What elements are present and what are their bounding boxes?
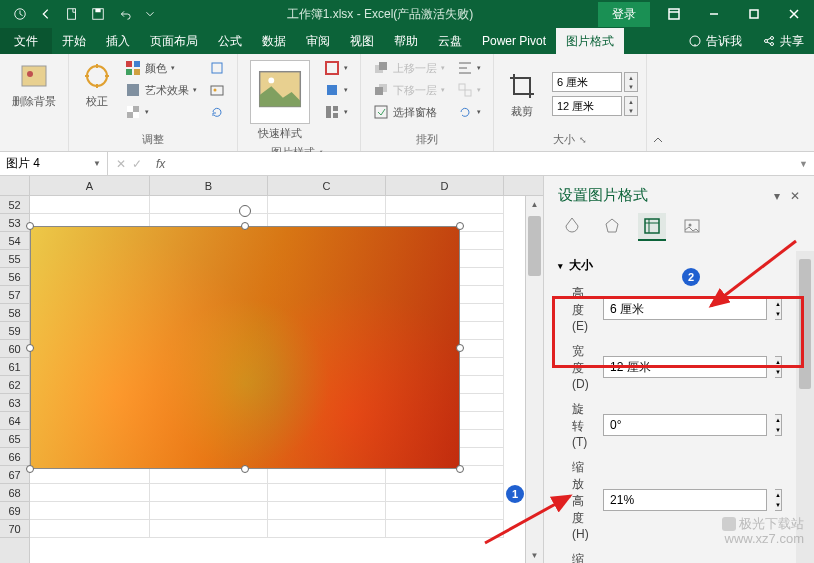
cell[interactable] — [268, 520, 386, 538]
pane-options-icon[interactable]: ▾ — [774, 189, 780, 203]
collapse-ribbon-icon[interactable] — [647, 54, 669, 151]
cell[interactable] — [30, 484, 150, 502]
menu-cloud[interactable]: 云盘 — [428, 28, 472, 54]
ribbon-height-input[interactable] — [552, 72, 622, 92]
selection-pane-button[interactable]: 选择窗格 — [369, 102, 449, 122]
ribbon-width-input[interactable] — [552, 96, 622, 116]
row-header[interactable]: 52 — [0, 196, 29, 214]
pane-tab-picture[interactable] — [678, 213, 706, 241]
reset-picture-button[interactable] — [205, 102, 229, 122]
resize-handle-mr[interactable] — [456, 344, 464, 352]
row-header[interactable]: 62 — [0, 376, 29, 394]
pane-tab-effects[interactable] — [598, 213, 626, 241]
close-icon[interactable] — [774, 0, 814, 28]
menu-insert[interactable]: 插入 — [96, 28, 140, 54]
menu-view[interactable]: 视图 — [340, 28, 384, 54]
rotation-spinner[interactable]: ▲▼ — [775, 414, 782, 436]
col-header-c[interactable]: C — [268, 176, 386, 195]
row-header[interactable]: 65 — [0, 430, 29, 448]
formula-input[interactable] — [171, 152, 793, 175]
pane-scrollbar[interactable] — [796, 251, 814, 563]
cell[interactable] — [30, 196, 150, 214]
resize-handle-tc[interactable] — [241, 222, 249, 230]
quick-styles-button[interactable]: 快速样式 — [246, 58, 314, 143]
fx-label[interactable]: fx — [150, 157, 171, 171]
name-box[interactable]: 图片 4▼ — [0, 152, 108, 175]
row-header[interactable]: 66 — [0, 448, 29, 466]
row-header[interactable]: 64 — [0, 412, 29, 430]
align-button[interactable]: ▾ — [453, 58, 485, 78]
scroll-up-icon[interactable]: ▲ — [526, 196, 543, 212]
resize-handle-br[interactable] — [456, 465, 464, 473]
width-input[interactable] — [603, 356, 767, 378]
row-header[interactable]: 70 — [0, 520, 29, 538]
row-header[interactable]: 57 — [0, 286, 29, 304]
bring-forward-button[interactable]: 上移一层▾ — [369, 58, 449, 78]
menu-tellme[interactable]: 告诉我 — [678, 28, 752, 54]
save-icon[interactable] — [86, 2, 110, 26]
transparency-button[interactable]: ▾ — [121, 102, 201, 122]
resize-handle-bc[interactable] — [241, 465, 249, 473]
vertical-scrollbar[interactable]: ▲ ▼ — [525, 196, 543, 563]
row-header[interactable]: 58 — [0, 304, 29, 322]
cell[interactable] — [268, 484, 386, 502]
change-picture-button[interactable] — [205, 80, 229, 100]
cell[interactable] — [150, 484, 268, 502]
pane-tab-size[interactable] — [638, 213, 666, 241]
scale-height-input[interactable] — [603, 489, 767, 511]
row-header[interactable]: 67 — [0, 466, 29, 484]
resize-handle-bl[interactable] — [26, 465, 34, 473]
row-header[interactable]: 63 — [0, 394, 29, 412]
resize-handle-tr[interactable] — [456, 222, 464, 230]
minimize-icon[interactable] — [694, 0, 734, 28]
ribbon-options-icon[interactable] — [654, 0, 694, 28]
cell[interactable] — [150, 502, 268, 520]
menu-formulas[interactable]: 公式 — [208, 28, 252, 54]
menu-review[interactable]: 审阅 — [296, 28, 340, 54]
menu-home[interactable]: 开始 — [52, 28, 96, 54]
undo-icon[interactable] — [112, 2, 136, 26]
cell[interactable] — [30, 502, 150, 520]
corrections-button[interactable]: 校正 — [77, 58, 117, 130]
scrollbar-thumb[interactable] — [528, 216, 541, 276]
row-header[interactable]: 61 — [0, 358, 29, 376]
pane-scrollbar-thumb[interactable] — [799, 259, 811, 389]
cancel-formula-icon[interactable]: ✕ — [116, 157, 126, 171]
rotate-button[interactable]: ▾ — [453, 102, 485, 122]
height-input[interactable] — [603, 298, 767, 320]
picture-layout-button[interactable]: ▾ — [320, 102, 352, 122]
cell[interactable] — [268, 196, 386, 214]
expand-formula-icon[interactable]: ▼ — [793, 159, 814, 169]
row-header[interactable]: 56 — [0, 268, 29, 286]
ribbon-width-spinner[interactable]: ▲▼ — [624, 96, 638, 116]
row-header[interactable]: 55 — [0, 250, 29, 268]
cell[interactable] — [386, 502, 504, 520]
height-spinner[interactable]: ▲▼ — [775, 298, 782, 320]
menu-data[interactable]: 数据 — [252, 28, 296, 54]
cell[interactable] — [30, 520, 150, 538]
new-file-icon[interactable] — [60, 2, 84, 26]
row-header[interactable]: 54 — [0, 232, 29, 250]
menu-file[interactable]: 文件 — [0, 28, 52, 54]
login-button[interactable]: 登录 — [598, 2, 650, 27]
menu-power-pivot[interactable]: Power Pivot — [472, 28, 556, 54]
row-header[interactable]: 59 — [0, 322, 29, 340]
resize-handle-tl[interactable] — [26, 222, 34, 230]
row-header[interactable]: 68 — [0, 484, 29, 502]
row-header[interactable]: 69 — [0, 502, 29, 520]
picture-effects-button[interactable]: ▾ — [320, 80, 352, 100]
width-spinner[interactable]: ▲▼ — [775, 356, 782, 378]
row-header[interactable]: 53 — [0, 214, 29, 232]
send-backward-button[interactable]: 下移一层▾ — [369, 80, 449, 100]
qat-dropdown-icon[interactable] — [138, 2, 162, 26]
back-icon[interactable] — [34, 2, 58, 26]
select-all-corner[interactable] — [0, 176, 30, 195]
artistic-effects-button[interactable]: 艺术效果▾ — [121, 80, 201, 100]
rotate-handle[interactable] — [239, 205, 251, 217]
section-size-header[interactable]: ▾大小 — [544, 251, 796, 280]
menu-help[interactable]: 帮助 — [384, 28, 428, 54]
col-header-a[interactable]: A — [30, 176, 150, 195]
remove-background-button[interactable]: 删除背景 — [8, 58, 60, 111]
row-header[interactable]: 60 — [0, 340, 29, 358]
resize-handle-ml[interactable] — [26, 344, 34, 352]
